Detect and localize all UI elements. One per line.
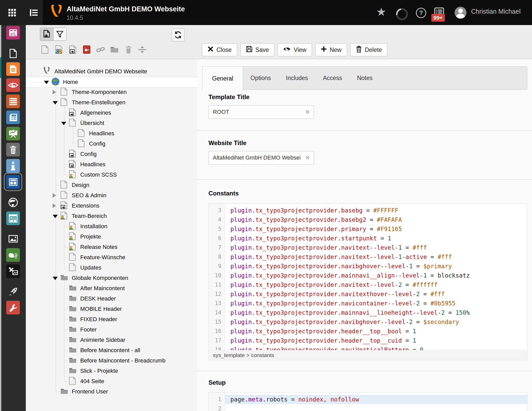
new-button[interactable]: New xyxy=(315,43,347,56)
tree-row[interactable]: Home xyxy=(26,77,197,88)
chevron-down-icon[interactable] xyxy=(61,122,66,125)
code-line[interactable]: 16plugin.tx_typo3projectprovider.header_… xyxy=(209,327,527,336)
tree-row[interactable]: FIXED Header xyxy=(26,314,197,325)
tab-access[interactable]: Access xyxy=(316,67,350,90)
tree-row[interactable]: Übersicht xyxy=(26,118,197,128)
module-cloud[interactable] xyxy=(6,248,20,262)
code-line[interactable]: 5plugin.tx_typo3projectprovider.primary … xyxy=(209,224,527,234)
tree-row[interactable]: Config xyxy=(26,149,197,159)
tree-row[interactable]: Feature-Wünsche xyxy=(26,252,197,263)
code-line[interactable]: 8plugin.tx_typo3projectprovider.navitext… xyxy=(209,252,527,262)
module-template[interactable] xyxy=(6,175,20,189)
code-line[interactable]: 14plugin.tx_typo3projectprovider.mainnav… xyxy=(209,308,527,317)
code-line[interactable]: 17plugin.tx_typo3projectprovider.header_… xyxy=(209,336,527,345)
module-content[interactable] xyxy=(6,62,20,76)
tree-row[interactable]: Before Maincontent - all xyxy=(26,345,197,355)
page-mountpoint-drag[interactable] xyxy=(82,45,91,54)
rail-scrollbar[interactable] xyxy=(0,25,1,411)
close-button[interactable]: Close xyxy=(202,43,237,56)
module-forms[interactable] xyxy=(6,211,20,225)
code-line[interactable]: 15plugin.tx_typo3projectprovider.navibgh… xyxy=(209,317,527,327)
tree-row[interactable]: Extensions xyxy=(26,201,197,211)
tree-row[interactable]: Footer xyxy=(26,325,197,335)
page-divider-drag[interactable] xyxy=(138,45,147,54)
tree-row[interactable]: Allgemeines xyxy=(26,108,197,118)
page-folder-drag[interactable] xyxy=(110,45,119,54)
tree-row[interactable]: Headlines xyxy=(26,128,197,139)
tree-row[interactable]: Animierte Sidebar xyxy=(26,335,197,345)
code-line[interactable]: 11plugin.tx_typo3projectprovider.navitex… xyxy=(209,280,527,289)
code-line[interactable]: 12plugin.tx_typo3projectprovider.navitex… xyxy=(209,289,527,299)
page-shortcut-drag[interactable] xyxy=(68,45,77,54)
code-line[interactable]: 1page.meta.robots = noindex, nofollow xyxy=(209,395,527,404)
tree-row[interactable]: Theme-Komponenten xyxy=(26,87,197,97)
tree-row[interactable]: Globale Komponenten xyxy=(26,273,197,283)
typo3-logo[interactable] xyxy=(51,4,62,21)
chevron-right-icon[interactable] xyxy=(53,203,56,208)
tree-row[interactable]: DESK Header xyxy=(26,294,197,304)
save-button[interactable]: Save xyxy=(240,43,274,56)
module-recycler[interactable] xyxy=(6,143,20,156)
module-rocket[interactable] xyxy=(6,285,20,298)
code-line[interactable]: 18plugin.tx_typo3projectprovider.naviVer… xyxy=(209,345,527,351)
tree-row[interactable]: Custom SCSS xyxy=(26,170,197,180)
rail-scrollbar-thumb[interactable] xyxy=(0,57,1,78)
module-view[interactable] xyxy=(6,78,20,92)
module-list[interactable] xyxy=(6,94,20,108)
code-line[interactable]: 6plugin.tx_typo3projectprovider.startpun… xyxy=(209,234,527,243)
module-admin[interactable] xyxy=(6,301,20,314)
tree-row[interactable]: Release Notes xyxy=(26,242,197,252)
module-infobox[interactable] xyxy=(6,159,20,173)
delete-button[interactable]: Delete xyxy=(350,43,387,56)
help-icon[interactable]: ? xyxy=(416,8,426,18)
tree-row[interactable]: Projekte xyxy=(26,232,197,242)
clear-icon[interactable]: ✕ xyxy=(305,154,310,161)
setup-editor[interactable]: 1page.meta.robots = noindex, nofollow2 xyxy=(208,392,527,411)
chevron-right-icon[interactable] xyxy=(53,90,56,94)
code-line[interactable]: 4plugin.tx_typo3projectprovider.basebg2 … xyxy=(209,215,527,224)
filter-button[interactable] xyxy=(53,28,66,41)
code-line[interactable]: 3plugin.tx_typo3projectprovider.basebg =… xyxy=(209,206,527,215)
view-button[interactable]: View xyxy=(278,43,312,56)
clear-icon[interactable]: ✕ xyxy=(305,108,310,116)
username[interactable]: Christian Michael xyxy=(471,8,521,15)
module-dashboard[interactable] xyxy=(6,26,20,39)
tree-row[interactable]: Updates xyxy=(26,263,197,273)
chevron-down-icon[interactable] xyxy=(53,277,58,280)
avatar[interactable] xyxy=(455,7,466,19)
tree-row[interactable]: SEO & Admin xyxy=(26,190,197,201)
code-line[interactable]: 13plugin.tx_typo3projectprovider.navicon… xyxy=(209,299,527,308)
page-link-drag[interactable] xyxy=(96,45,105,54)
constants-editor[interactable]: 3plugin.tx_typo3projectprovider.basebg =… xyxy=(208,203,527,351)
tree-row[interactable]: Config xyxy=(26,139,197,149)
tree-row[interactable]: Headlines xyxy=(26,159,197,170)
pagetree-toggle-icon[interactable] xyxy=(29,8,39,18)
page-new-drag[interactable] xyxy=(41,45,49,54)
tree-refresh-button[interactable] xyxy=(172,28,184,41)
tree-row[interactable]: Frontend User xyxy=(26,386,197,397)
tab-includes[interactable]: Includes xyxy=(278,67,316,90)
module-sites[interactable] xyxy=(6,195,20,209)
tree-row[interactable]: Theme-Einstellungen xyxy=(26,97,197,108)
module-imagetools[interactable] xyxy=(6,264,20,278)
page-recycler-drag[interactable] xyxy=(124,45,133,54)
new-page-button[interactable] xyxy=(40,28,53,41)
chevron-down-icon[interactable] xyxy=(44,81,49,84)
module-menu-toggle-icon[interactable] xyxy=(7,8,17,18)
code-line[interactable]: 9plugin.tx_typo3projectprovider.navibgho… xyxy=(209,262,527,271)
tree-row[interactable]: MOBILE Header xyxy=(26,304,197,314)
tree-row[interactable]: Before Maincontent - Breadcrumb xyxy=(26,355,197,366)
chevron-right-icon[interactable] xyxy=(53,193,56,198)
chevron-down-icon[interactable] xyxy=(53,101,58,105)
tree-row[interactable]: 404 Seite xyxy=(26,376,197,386)
module-page[interactable] xyxy=(6,46,20,60)
bookmark-star-icon[interactable]: ★ xyxy=(376,6,386,18)
tree-row[interactable]: Installation xyxy=(26,221,197,232)
code-line[interactable]: 2 xyxy=(209,404,527,411)
tree-row[interactable]: After Maincontent xyxy=(26,283,197,294)
chevron-down-icon[interactable] xyxy=(53,215,58,218)
tree-row[interactable]: Design xyxy=(26,180,197,190)
tree-root-row[interactable]: AltaMediNet GmbH DEMO Webseite xyxy=(26,66,197,77)
module-filelist[interactable] xyxy=(6,232,20,246)
code-line[interactable]: 10plugin.tx_typo3projectprovider.mainnav… xyxy=(209,271,527,280)
